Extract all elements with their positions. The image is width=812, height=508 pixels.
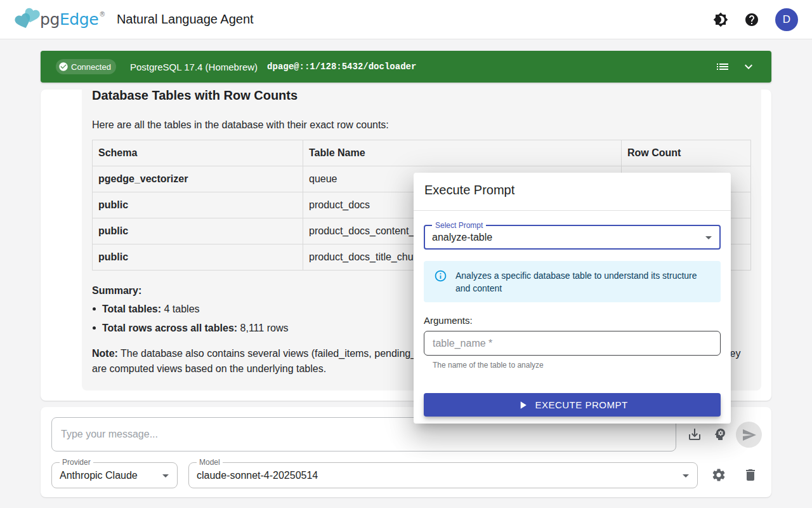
settings-icon[interactable] [711,467,726,483]
argument-helper-text: The name of the table to analyze [433,360,721,370]
dropdown-arrow-icon [158,468,173,483]
execute-prompt-dialog: Execute Prompt Select Prompt analyze-tab… [414,173,731,424]
info-icon [434,269,447,283]
divider [414,210,731,211]
send-icon [742,427,757,443]
server-version: PostgreSQL 17.4 (Homebrew) [130,62,258,72]
connection-status-bar: Connected PostgreSQL 17.4 (Homebrew) dpa… [41,51,771,83]
delete-icon[interactable] [743,467,758,483]
prompt-info-alert: Analyzes a specific database table to un… [424,261,721,302]
prompt-select-label: Select Prompt [432,220,486,231]
connected-label: Connected [71,62,111,72]
provider-select[interactable]: Provider Anthropic Claude [51,462,178,488]
dialog-title: Execute Prompt [414,173,731,199]
page-title: Natural Language Agent [117,12,254,27]
prompt-select[interactable]: Select Prompt analyze-table [424,225,721,250]
avatar[interactable]: D [775,8,798,31]
table-name-input[interactable] [424,331,721,356]
model-label: Model [197,458,223,467]
list-icon[interactable] [715,59,730,74]
prompt-description: Analyzes a specific database table to un… [455,269,710,295]
connected-badge: Connected [56,59,116,74]
app-header: pgEdge® Natural Language Agent D [0,0,812,39]
check-circle-icon [58,62,69,72]
pgedge-logo: pgEdge® [14,6,105,34]
pgedge-wordmark: pgEdge® [40,10,105,29]
download-icon[interactable] [687,427,702,442]
psychology-icon[interactable] [712,427,728,442]
message-intro: Here are all the tables in the database … [92,117,751,133]
provider-label: Provider [60,458,93,467]
table-header-row: Schema Table Name Row Count [93,140,751,166]
send-button[interactable] [736,422,762,448]
connection-string: dpage@::1/128:5432/docloader [267,62,416,72]
play-icon [516,399,529,411]
chevron-down-icon[interactable] [741,59,756,74]
dropdown-arrow-icon [678,468,693,483]
dark-mode-toggle-icon[interactable] [713,12,728,27]
dropdown-arrow-icon [701,230,716,245]
page: pgEdge® Natural Language Agent D Connect… [0,0,812,508]
execute-prompt-button[interactable]: EXECUTE PROMPT [424,393,721,417]
message-heading: Database Tables with Row Counts [92,90,751,104]
arguments-label: Arguments: [424,314,721,327]
model-select[interactable]: Model claude-sonnet-4-20250514 [188,462,698,488]
help-icon[interactable] [744,12,759,27]
